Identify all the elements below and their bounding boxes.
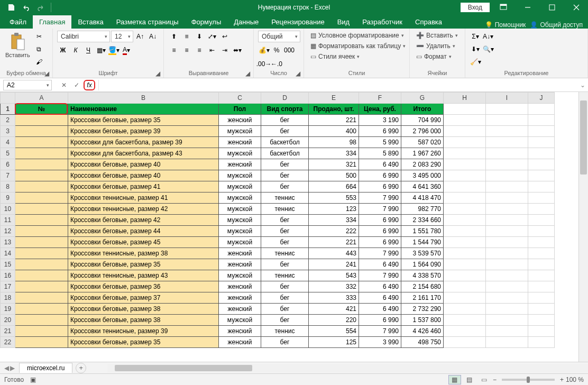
cell[interactable] <box>486 137 528 148</box>
italic-button[interactable]: К <box>70 44 81 56</box>
autosum-icon[interactable]: Σ▾ <box>470 31 481 42</box>
cell[interactable]: 7 990 <box>359 192 401 204</box>
cell[interactable]: Кроссовки беговые, размер 35 <box>68 259 219 270</box>
cell[interactable]: 5 890 <box>359 148 401 159</box>
cell[interactable]: мужской <box>219 215 261 226</box>
cut-icon[interactable]: ✂ <box>33 31 45 42</box>
number-launcher-icon[interactable]: ◢ <box>296 70 302 76</box>
cell[interactable]: 6 990 <box>359 315 401 326</box>
cell[interactable] <box>444 181 486 192</box>
cell[interactable] <box>486 270 528 281</box>
cell[interactable]: 6 490 <box>359 281 401 292</box>
align-left-icon[interactable]: ≡ <box>168 44 180 56</box>
cell[interactable] <box>486 215 528 226</box>
cell[interactable] <box>15 304 68 315</box>
spreadsheet-grid[interactable]: ABCDEFGHIJ 1№НаименованиеПолВид спортаПр… <box>0 92 555 348</box>
cell[interactable] <box>15 237 68 248</box>
cell[interactable]: 3 190 <box>359 115 401 126</box>
cell[interactable] <box>15 326 68 337</box>
cell[interactable] <box>486 204 528 215</box>
cell[interactable] <box>15 215 68 226</box>
name-box[interactable]: A2 <box>3 80 52 90</box>
comma-icon[interactable]: 000 <box>283 44 295 56</box>
increase-indent-icon[interactable]: ⇥ <box>219 44 231 56</box>
cell[interactable]: 443 <box>309 248 359 259</box>
page-layout-view-icon[interactable]: ▤ <box>463 375 476 384</box>
cell[interactable] <box>528 192 555 204</box>
find-select-icon[interactable]: 🔍▾ <box>482 43 494 55</box>
row-header[interactable]: 12 <box>1 226 15 237</box>
cell[interactable] <box>486 192 528 204</box>
zoom-in-icon[interactable]: + <box>560 376 564 383</box>
cell[interactable]: 332 <box>309 281 359 292</box>
cell[interactable]: мужской <box>219 315 261 326</box>
cell[interactable] <box>528 326 555 337</box>
maximize-icon[interactable] <box>541 0 563 15</box>
cell[interactable] <box>15 192 68 204</box>
cell[interactable] <box>444 159 486 170</box>
cell[interactable]: 2 334 660 <box>401 215 444 226</box>
row-header[interactable]: 19 <box>1 304 15 315</box>
cell[interactable] <box>486 104 528 115</box>
cell[interactable]: 1 551 780 <box>401 226 444 237</box>
cell[interactable]: 222 <box>309 226 359 237</box>
row-header[interactable]: 11 <box>1 215 15 226</box>
cell[interactable]: мужской <box>219 126 261 137</box>
cell[interactable] <box>15 148 68 159</box>
cell[interactable] <box>528 204 555 215</box>
cell[interactable]: бег <box>261 281 309 292</box>
formula-input[interactable] <box>98 80 577 90</box>
insert-function-icon[interactable]: fx <box>84 80 95 90</box>
cell[interactable]: Кроссовки беговые, размер 35 <box>68 115 219 126</box>
cell[interactable]: теннис <box>261 204 309 215</box>
cell[interactable]: женский <box>219 292 261 304</box>
tab-home[interactable]: Главная <box>33 15 71 29</box>
cell[interactable]: Кроссовки теннисные, размер 39 <box>68 326 219 337</box>
cell[interactable] <box>486 126 528 137</box>
cell[interactable]: 241 <box>309 259 359 270</box>
sort-filter-icon[interactable]: A↓▾ <box>482 31 494 42</box>
cell[interactable]: 1 967 260 <box>401 148 444 159</box>
cell[interactable]: 5 990 <box>359 137 401 148</box>
header-cell[interactable]: Итого <box>401 104 444 115</box>
col-header[interactable]: B <box>68 93 219 104</box>
cell[interactable]: женский <box>219 337 261 348</box>
cell[interactable]: 6 990 <box>359 181 401 192</box>
cell[interactable]: 4 426 460 <box>401 326 444 337</box>
cell[interactable]: 2 161 170 <box>401 292 444 304</box>
cell[interactable] <box>444 304 486 315</box>
cell[interactable] <box>528 226 555 237</box>
tell-me[interactable]: 💡 Помощник <box>485 21 526 29</box>
share-button[interactable]: 👤 Общий доступ <box>530 21 583 29</box>
cell[interactable]: Кроссовки теннисные, размер 38 <box>68 248 219 259</box>
cell[interactable] <box>528 292 555 304</box>
page-break-view-icon[interactable]: ▭ <box>478 375 491 384</box>
cell-styles-button[interactable]: ▭Стили ячеек <box>308 52 362 61</box>
cell[interactable] <box>486 148 528 159</box>
cell[interactable] <box>444 237 486 248</box>
align-center-icon[interactable]: ≡ <box>181 44 192 56</box>
cell[interactable]: 982 770 <box>401 204 444 215</box>
tab-review[interactable]: Рецензирование <box>265 15 330 29</box>
cell[interactable] <box>528 215 555 226</box>
macro-record-icon[interactable]: ▣ <box>30 376 36 383</box>
insert-cells-button[interactable]: ➕Вставить <box>414 31 460 40</box>
cell[interactable]: Кроссовки для баскетбола, размер 43 <box>68 148 219 159</box>
col-header[interactable]: I <box>486 93 528 104</box>
format-painter-icon[interactable]: 🖌 <box>33 56 45 68</box>
cell[interactable]: 4 641 360 <box>401 181 444 192</box>
header-cell[interactable]: Вид спорта <box>261 104 309 115</box>
cell[interactable]: 334 <box>309 148 359 159</box>
cell[interactable]: мужской <box>219 270 261 281</box>
cell[interactable] <box>486 115 528 126</box>
clipboard-launcher-icon[interactable]: ◢ <box>44 70 51 76</box>
cell[interactable]: Кроссовки беговые, размер 44 <box>68 226 219 237</box>
cell[interactable] <box>15 292 68 304</box>
cell[interactable] <box>486 281 528 292</box>
cell[interactable] <box>486 337 528 348</box>
align-bottom-icon[interactable]: ⬇ <box>194 31 205 42</box>
cell[interactable] <box>486 237 528 248</box>
cell[interactable] <box>444 104 486 115</box>
cell[interactable] <box>444 326 486 337</box>
font-name-combo[interactable]: Calibri <box>57 31 110 42</box>
